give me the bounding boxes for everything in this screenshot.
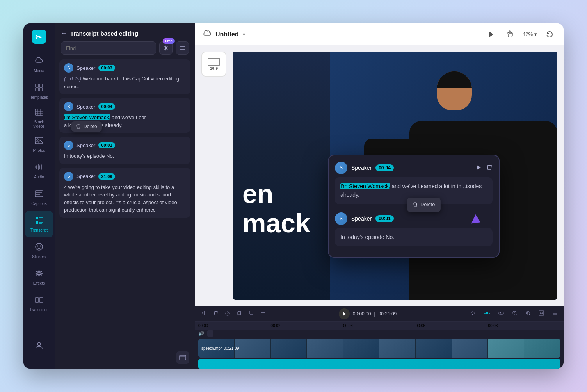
transcript-segment[interactable]: S Speaker 00:03 (...0.2s) Welcome back t… xyxy=(59,59,190,94)
svg-line-37 xyxy=(202,312,203,313)
templates-icon xyxy=(35,83,43,94)
sidebar-item-captions[interactable]: Captions xyxy=(25,184,53,211)
timeline-ruler: 00:00 00:02 00:04 00:06 00:08 xyxy=(195,322,564,330)
hand-tool-button[interactable] xyxy=(504,28,516,41)
popup-segment-header-2: S Speaker 00:01 xyxy=(335,212,493,225)
photos-icon xyxy=(35,136,43,147)
settings-timeline[interactable] xyxy=(550,309,559,319)
svg-marker-35 xyxy=(477,165,481,170)
ruler-mark: 00:02 xyxy=(271,324,343,328)
speaker-avatar: S xyxy=(64,172,73,181)
speed-tool[interactable] xyxy=(223,309,232,319)
audio-toggle[interactable] xyxy=(468,308,478,319)
caption-toggle-button[interactable] xyxy=(176,351,189,364)
popup-text-content-2: In today's episode No. xyxy=(335,228,493,246)
list-options-button[interactable] xyxy=(176,41,189,55)
top-bar-right: 42% ▾ xyxy=(485,28,556,41)
stickers-icon xyxy=(35,242,43,253)
link-toggle[interactable] xyxy=(496,308,506,319)
popup-highlight-text: I'm Steven Womack, xyxy=(340,183,390,189)
cloud-save-icon xyxy=(203,30,212,39)
captions-icon xyxy=(35,189,43,200)
undo-button[interactable] xyxy=(543,28,556,41)
thumb-item xyxy=(524,339,560,358)
audio-icon xyxy=(35,163,43,173)
popup-time-badge-2: 00:01 xyxy=(375,215,394,222)
sidebar-item-account[interactable] xyxy=(25,333,53,359)
sidebar-item-media[interactable]: Media xyxy=(25,52,53,78)
back-button[interactable]: ← xyxy=(61,30,67,37)
transcript-segment[interactable]: S Speaker 21:09 4 we're going to take yo… xyxy=(59,168,190,218)
sidebar-item-label: Templates xyxy=(30,95,48,100)
timeline-play-button[interactable] xyxy=(339,308,350,319)
segment-header: S Speaker 00:01 xyxy=(64,141,186,150)
popup-play-button[interactable] xyxy=(476,165,482,171)
popup-speaker-name: Speaker xyxy=(351,165,372,171)
ruler-mark: 00:06 xyxy=(416,324,488,328)
sidebar-item-transitions[interactable]: Transitions xyxy=(25,290,53,317)
svg-point-24 xyxy=(40,246,41,247)
sidebar-item-effects[interactable]: Effects xyxy=(25,264,53,290)
zoom-control[interactable]: 42% ▾ xyxy=(523,31,537,37)
transcript-header: ← Transcript-based editing xyxy=(55,23,195,41)
transcript-segment[interactable]: S Speaker 00:01 In today's episode No. xyxy=(59,137,190,164)
svg-point-47 xyxy=(486,312,488,314)
video-track[interactable]: speech.mp4 00:21:09 xyxy=(198,339,560,358)
svg-point-27 xyxy=(37,342,41,346)
track-settings-icon[interactable] xyxy=(207,330,213,337)
sidebar-item-photos[interactable]: Photos xyxy=(25,131,53,158)
transcript-popup: S Speaker 00:04 xyxy=(328,155,500,258)
zoom-out-timeline[interactable] xyxy=(511,309,519,319)
popup-delete-tooltip[interactable]: Delete xyxy=(407,198,441,212)
preview-area: 16:9 xyxy=(195,45,564,306)
app-logo[interactable]: ✂ xyxy=(30,28,48,45)
svg-rect-16 xyxy=(36,217,38,219)
aspect-ratio-icon xyxy=(208,58,220,66)
svg-rect-31 xyxy=(180,355,186,360)
sidebar-item-transcript[interactable]: Transcript xyxy=(25,211,53,237)
volume-icon[interactable]: 🔊 xyxy=(198,331,204,336)
current-time-display: 00:00:00 xyxy=(353,311,371,317)
sidebar-item-stock[interactable]: Stockvideos xyxy=(25,105,53,131)
sidebar-item-audio[interactable]: Audio xyxy=(25,158,53,184)
account-icon xyxy=(35,341,43,351)
svg-point-12 xyxy=(37,139,38,140)
split-tool[interactable] xyxy=(200,309,208,319)
popup-segment-header: S Speaker 00:04 xyxy=(335,162,493,174)
zoom-in-timeline[interactable] xyxy=(524,309,532,319)
svg-rect-6 xyxy=(35,109,43,115)
caption-track[interactable] xyxy=(198,359,560,369)
top-bar-left: Untitled ▾ xyxy=(203,30,245,39)
speaker-name: Speaker xyxy=(76,65,95,71)
svg-rect-41 xyxy=(238,312,241,315)
speaker-avatar: S xyxy=(64,63,73,73)
time-badge: 21:09 xyxy=(98,173,115,180)
search-input[interactable] xyxy=(61,41,156,55)
sidebar-item-label: Stickers xyxy=(32,255,46,259)
transcript-segment[interactable]: S Speaker 00:04 I'm Steven Womack, and w… xyxy=(59,98,190,133)
transitions-icon xyxy=(35,296,43,306)
sidebar-item-stickers[interactable]: Stickers xyxy=(25,237,53,264)
snap-toggle[interactable] xyxy=(482,308,492,319)
title-dropdown-button[interactable]: ▾ xyxy=(243,32,245,37)
thumb-item xyxy=(416,339,452,358)
svg-point-39 xyxy=(226,312,229,315)
play-mode-button[interactable] xyxy=(485,28,498,41)
aspect-ratio-button[interactable]: 16:9 xyxy=(201,52,226,77)
more-tool[interactable] xyxy=(258,309,267,319)
sidebar: ✂ Media Templates xyxy=(23,23,55,369)
popup-delete-icon-button[interactable] xyxy=(486,164,493,172)
sidebar-item-templates[interactable]: Templates xyxy=(25,78,53,105)
segment-text: In today's episode No. xyxy=(64,152,186,160)
crop-tool[interactable] xyxy=(247,309,255,319)
sidebar-item-label: Transcript xyxy=(30,228,48,232)
popup-segment-left: S Speaker 00:04 xyxy=(335,162,394,174)
fit-timeline[interactable] xyxy=(537,309,546,319)
delete-tooltip[interactable]: Delete xyxy=(71,121,102,132)
popup-speaker-avatar-2: S xyxy=(335,212,347,225)
svg-rect-2 xyxy=(36,84,39,87)
svg-line-58 xyxy=(529,314,531,316)
delete-tool[interactable] xyxy=(212,309,220,319)
ruler-mark: 00:08 xyxy=(488,324,560,328)
copy-tool[interactable] xyxy=(235,309,244,319)
